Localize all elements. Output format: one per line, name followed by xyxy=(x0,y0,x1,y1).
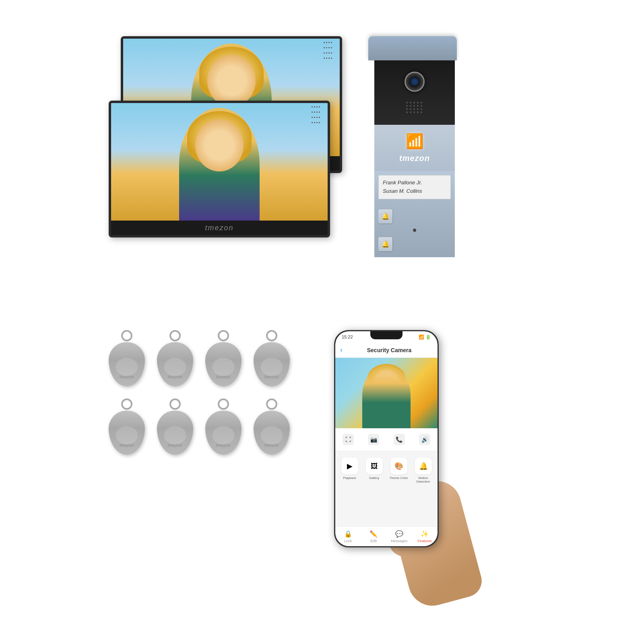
phone-frame: 15:22 📶 🔋 ‹ Security Camera xyxy=(334,330,439,547)
gallery-icon: 🖼 xyxy=(366,458,383,475)
product-page: tmezon tmezon xyxy=(101,20,543,624)
bell-button-row-2: 🔔 xyxy=(378,235,451,253)
feature-motion[interactable]: 🔔 Motion Detection xyxy=(411,455,436,486)
volume-icon: 🔊 xyxy=(419,434,430,445)
feature-theme-label: Theme Color xyxy=(389,476,408,480)
phone-nav-bar: ‹ Security Camera xyxy=(335,343,438,358)
ctrl-call[interactable]: 📞 xyxy=(386,431,412,448)
top-section: tmezon tmezon xyxy=(101,20,543,322)
key-ring xyxy=(218,330,229,341)
doorbell-speaker xyxy=(406,102,423,114)
feature-playback-label: Playback xyxy=(343,476,356,480)
fullscreen-icon: ⛶ xyxy=(343,434,354,445)
doorbell-unit: 📶 tmezon Frank Pallone Jr. Susan M. Coll… xyxy=(366,36,463,270)
tab-features[interactable]: ✨ Features xyxy=(412,527,438,546)
monitor-front: tmezon xyxy=(109,101,330,237)
key-brand: tmezon xyxy=(120,443,134,448)
key-brand: tmezon xyxy=(168,443,182,448)
phone-time: 15:22 xyxy=(342,334,353,339)
motion-icon: 🔔 xyxy=(415,458,432,475)
call-icon: 📞 xyxy=(394,434,405,445)
key-body: tmezon xyxy=(205,411,242,455)
feature-motion-label: Motion Detection xyxy=(412,476,435,483)
tab-messages[interactable]: 💬 Messages xyxy=(386,527,412,546)
rfid-icon: 📶 xyxy=(406,133,424,150)
tab-messages-label: Messages xyxy=(391,539,407,543)
rfid-key-6: tmezon xyxy=(157,398,193,455)
tab-lock[interactable]: 🔒 Lock xyxy=(335,527,361,546)
nameplate: Frank Pallone Jr. Susan M. Collins xyxy=(378,175,451,199)
nameplate-line2: Susan M. Collins xyxy=(383,187,446,196)
key-ring xyxy=(121,330,132,341)
features-icon: ✨ xyxy=(421,530,429,538)
ctrl-screenshot[interactable]: 📷 xyxy=(361,431,387,448)
messages-icon: 💬 xyxy=(395,530,403,538)
tab-edit[interactable]: ✏️ Edit xyxy=(361,527,387,546)
key-ring xyxy=(218,398,229,410)
app-woman-body xyxy=(362,364,411,428)
app-camera-feed xyxy=(335,358,438,428)
rfid-key-3: tmezon xyxy=(205,330,242,386)
phone-screen: 15:22 📶 🔋 ‹ Security Camera xyxy=(335,331,438,546)
bell-button-1[interactable]: 🔔 xyxy=(378,209,392,223)
woman-image-front xyxy=(111,103,328,221)
key-ring xyxy=(121,398,132,410)
feature-gallery-label: Gallery xyxy=(369,476,379,480)
key-ring xyxy=(266,398,277,410)
status-icons: 📶 🔋 xyxy=(419,334,431,340)
head xyxy=(207,55,256,107)
bottom-section: tmezon tmezon tmezon xyxy=(101,322,543,624)
key-brand: tmezon xyxy=(264,443,279,448)
feature-theme[interactable]: 🎨 Theme Color xyxy=(386,455,411,486)
key-body: tmezon xyxy=(157,342,193,386)
rfid-row-2: tmezon tmezon tmezon xyxy=(109,398,310,455)
key-body: tmezon xyxy=(109,411,145,455)
monitor-speaker-front xyxy=(312,106,324,126)
feature-playback[interactable]: ▶ Playback xyxy=(337,455,362,486)
lock-icon: 🔒 xyxy=(344,530,352,538)
back-button[interactable]: ‹ xyxy=(340,346,343,354)
bell-button-row-1: 🔔 xyxy=(378,207,451,225)
app-bottom-bar: 🔒 Lock ✏️ Edit 💬 Messages xyxy=(335,526,438,546)
doorbell-visor xyxy=(368,36,457,60)
rfid-key-2: tmezon xyxy=(157,330,193,386)
tab-features-label: Features xyxy=(417,539,432,543)
edit-icon: ✏️ xyxy=(369,530,378,538)
monitor-brand-front: tmezon xyxy=(111,221,328,235)
app-controls-row: ⛶ 📷 📞 🔊 xyxy=(335,428,438,451)
phone-wrapper: 15:22 📶 🔋 ‹ Security Camera xyxy=(334,330,471,604)
rfid-key-5: tmezon xyxy=(109,398,145,455)
doorbell-rfid-section: 📶 tmezon xyxy=(374,125,455,171)
ctrl-volume[interactable]: 🔊 xyxy=(412,431,438,448)
key-brand: tmezon xyxy=(120,375,134,379)
doorbell-brand: tmezon xyxy=(399,154,430,163)
doorbell-camera-section xyxy=(374,60,455,125)
key-body: tmezon xyxy=(205,342,242,386)
key-body: tmezon xyxy=(157,411,193,455)
key-ring xyxy=(169,398,181,410)
tab-edit-label: Edit xyxy=(370,539,377,543)
key-brand: tmezon xyxy=(216,443,231,448)
phone-section: 15:22 📶 🔋 ‹ Security Camera xyxy=(326,330,535,604)
monitor-speaker-back xyxy=(324,42,336,62)
key-body: tmezon xyxy=(254,411,290,455)
rfid-key-1: tmezon xyxy=(109,330,145,386)
key-brand: tmezon xyxy=(264,375,279,379)
bell-button-2[interactable]: 🔔 xyxy=(378,237,392,251)
key-ring xyxy=(169,330,181,341)
rfid-key-7: tmezon xyxy=(205,398,242,455)
key-ring xyxy=(266,330,277,341)
nameplate-section: Frank Pallone Jr. Susan M. Collins xyxy=(374,171,455,203)
feature-gallery[interactable]: 🖼 Gallery xyxy=(362,455,386,486)
theme-icon: 🎨 xyxy=(390,458,407,475)
phone-app-title: Security Camera xyxy=(346,347,433,353)
key-brand: tmezon xyxy=(216,375,231,379)
ctrl-fullscreen[interactable]: ⛶ xyxy=(335,431,361,448)
screenshot-icon: 📷 xyxy=(368,434,379,445)
playback-icon: ▶ xyxy=(341,458,358,475)
phone-notch xyxy=(370,331,402,339)
doorbell-buttons: 🔔 🔔 xyxy=(374,203,455,257)
tab-lock-label: Lock xyxy=(344,539,352,543)
key-body: tmezon xyxy=(109,342,145,386)
key-brand: tmezon xyxy=(168,375,182,379)
